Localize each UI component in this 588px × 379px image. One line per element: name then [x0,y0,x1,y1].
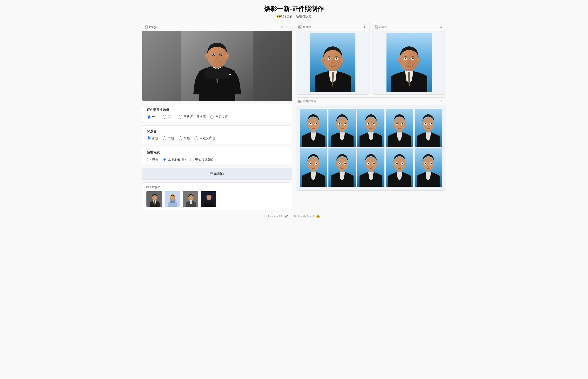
render-option-solid[interactable]: 纯色 [147,158,158,162]
bg-option-blue[interactable]: 蓝色 [147,136,158,140]
bg-radio-custom[interactable] [194,136,198,140]
example-item-3[interactable] [182,191,199,207]
image-panel-label: Image [149,25,157,29]
standard-photo-svg [310,33,355,92]
svg-point-10 [220,54,222,55]
svg-rect-0 [145,26,147,28]
svg-point-114 [431,163,432,164]
svg-point-100 [373,163,374,164]
bg-option-white[interactable]: 白色 [163,136,174,140]
bg-radio-blue[interactable] [147,136,150,140]
size-label-no-resize: 不改尺寸只换底 [184,115,206,119]
image-panel-actions: ✏ ✕ [280,25,290,29]
standard-panel-header-left: 标准照 [298,25,311,29]
tile-6-svg [300,148,327,187]
render-radio-center[interactable] [190,158,194,161]
right-column: 标准照 ⬇ [296,23,446,210]
svg-point-85 [310,163,311,164]
tiled-panel-header: 六存排版照 ⬇ [296,98,446,105]
api-icon: 🚀 [284,215,288,218]
examples-title: ≡ Examples [146,185,288,189]
tiled-cell-9 [386,148,413,187]
svg-point-51 [316,123,317,124]
svg-point-9 [213,54,214,55]
bg-radio-red[interactable] [179,136,182,140]
svg-point-40 [412,58,414,60]
example-item-2[interactable] [164,191,180,207]
svg-point-99 [368,163,369,164]
svg-point-65 [373,123,374,124]
bg-radio-white[interactable] [163,136,166,140]
api-link[interactable]: Use via API 🚀 [268,215,289,218]
generate-button[interactable]: 开始制作 [142,168,292,180]
page-title: 焕影一新-证件照制作 [142,4,446,13]
svg-point-93 [344,163,346,164]
example-item-4[interactable] [200,191,217,207]
size-radio-1cun[interactable] [147,115,150,119]
render-options-section: 渲染方式 纯色 上下渐变(白) 中心渐变(白) [142,147,292,165]
gradio-link[interactable]: Built with Gradio 🤗 [294,215,320,218]
svg-point-30 [322,58,325,63]
svg-point-106 [397,163,398,164]
tiled-cell-3 [357,109,385,147]
size-radio-custom[interactable] [210,115,214,119]
example-item-1[interactable] [146,191,162,207]
size-option-no-resize[interactable]: 不改尺寸只换底 [179,115,206,119]
bg-options-title: 背景色 [147,129,287,133]
standard-photo-area [296,31,369,95]
render-label-solid: 纯色 [152,158,158,162]
size-label-custom: 自定义尺寸 [215,115,231,119]
bg-option-red[interactable]: 红色 [179,136,190,140]
hd-panel-header-left: 高清照 [375,25,387,29]
tiled-cell-5 [415,109,442,147]
edit-button[interactable]: ✏ [280,25,284,29]
svg-point-33 [375,26,376,27]
svg-rect-21 [298,26,301,28]
image-panel-header-left: Image [145,25,157,29]
hd-photo-svg [386,33,432,92]
bg-label-white: 白色 [168,136,174,140]
size-radio-no-resize[interactable] [179,115,182,119]
size-radio-2cun[interactable] [163,115,166,119]
size-option-2cun[interactable]: 二寸 [163,115,174,119]
tiled-grid [300,109,442,187]
tile-8-svg [357,148,385,187]
tiled-panel-icon [298,100,301,103]
size-label-1cun: 一寸 [152,115,158,119]
hd-panel-icon [375,25,378,29]
svg-rect-43 [298,100,301,103]
tiled-panel-header-left: 六存排版照 [298,99,316,103]
render-label-center: 中心渐变(白) [195,158,213,162]
bg-options-section: 背景色 蓝色 白色 红色 自 [142,126,292,144]
bg-radio-group: 蓝色 白色 红色 自定义底色 [147,136,287,140]
svg-point-31 [340,58,344,63]
svg-point-29 [336,58,337,60]
uploaded-photo-area[interactable] [142,31,292,101]
svg-point-72 [402,123,403,124]
size-radio-group: 一寸 二寸 不改尺寸只换底 自定义尺寸 [147,115,287,119]
render-option-center[interactable]: 中心渐变(白) [190,158,213,162]
render-radio-top-bottom[interactable] [163,158,166,161]
svg-point-22 [299,26,300,27]
svg-point-44 [299,100,300,101]
bg-option-custom[interactable]: 自定义底色 [194,136,215,140]
size-options-title: 证件照尺寸选项 [147,108,287,112]
render-option-top-bottom[interactable]: 上下渐变(白) [163,158,186,162]
render-label-top-bottom: 上下渐变(白) [168,158,186,162]
close-button[interactable]: ✕ [285,25,290,29]
hd-download-button[interactable]: ⬇ [439,25,443,29]
svg-point-50 [310,123,311,124]
svg-point-41 [398,58,401,63]
standard-download-button[interactable]: ⬇ [362,25,367,29]
tiled-cell-2 [328,109,356,147]
image-panel-header: Image ✏ ✕ [142,23,292,31]
left-column: Image ✏ ✕ [142,23,292,210]
tiled-cell-6 [300,148,327,187]
size-option-1cun[interactable]: 一寸 [147,115,158,119]
size-option-custom[interactable]: 自定义尺寸 [210,115,231,119]
svg-point-1 [145,26,146,27]
tiled-download-button[interactable]: ⬇ [439,99,443,104]
bg-label-custom: 自定义底色 [199,136,215,140]
tiled-label: 六存排版照 [303,99,316,103]
render-radio-solid[interactable] [147,158,150,161]
